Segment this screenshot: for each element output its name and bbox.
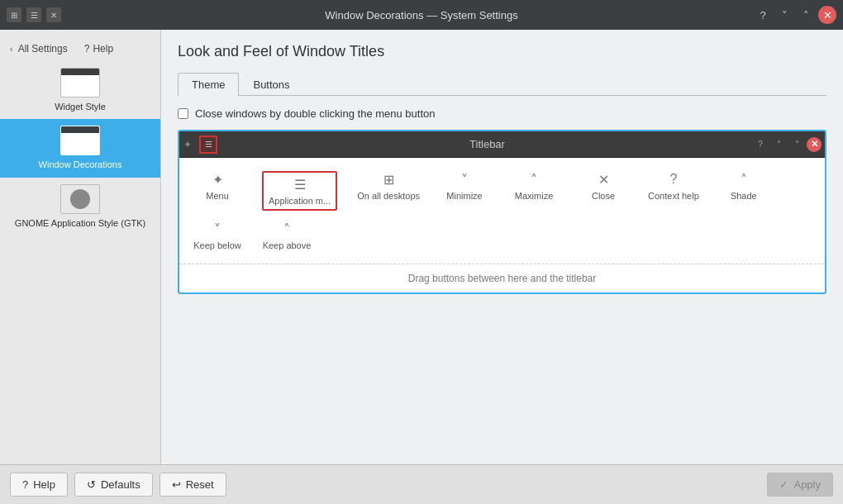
sidebar-item-window-decorations[interactable]: Window Decorations bbox=[0, 119, 160, 177]
app-titlebar: ⊞ ☰ ✕ Window Decorations — System Settin… bbox=[0, 0, 843, 30]
widget-style-icon bbox=[60, 68, 100, 97]
preview-close-btn[interactable]: ✕ bbox=[807, 137, 822, 152]
sidebar-item-gnome-app-style[interactable]: GNOME Application Style (GTK) bbox=[0, 178, 160, 235]
page-title: Look and Feel of Window Titles bbox=[178, 43, 826, 60]
preview-app-menu-btn[interactable]: ☰ bbox=[199, 136, 217, 154]
window-title: Window Decorations — System Settings bbox=[325, 9, 517, 21]
btn-context-help[interactable]: ? Context help bbox=[648, 171, 699, 211]
back-nav[interactable]: ‹ All Settings ? Help bbox=[0, 36, 160, 61]
btn-keep-below[interactable]: ˅ Keep below bbox=[193, 221, 242, 250]
btn-context-help-label: Context help bbox=[648, 191, 699, 201]
close-double-click-label: Close windows by double clicking the men… bbox=[195, 107, 436, 120]
btn-keep-below-label: Keep below bbox=[193, 240, 241, 250]
tabs: Theme Buttons bbox=[178, 72, 826, 96]
defaults-button[interactable]: ↺ Defaults bbox=[74, 473, 153, 497]
help-nav[interactable]: ? Help bbox=[84, 43, 113, 55]
context-help-btn-icon: ? bbox=[669, 171, 677, 188]
back-label: All Settings bbox=[18, 43, 68, 55]
help-button-label: Help bbox=[33, 478, 55, 491]
drag-handle-icon[interactable]: ✦ bbox=[179, 139, 196, 150]
preview-titlebar-label: Titlebar bbox=[222, 138, 752, 150]
on-all-desktops-btn-icon: ⊞ bbox=[383, 171, 394, 188]
reset-button-label: Reset bbox=[186, 478, 214, 491]
gnome-icon bbox=[60, 184, 100, 214]
defaults-button-label: Defaults bbox=[101, 478, 140, 491]
preview-chevron-down-btn[interactable]: ˅ bbox=[788, 136, 805, 153]
buttons-area: ✦ Menu ☰ Application m... ⊞ On all deskt… bbox=[179, 158, 825, 264]
btn-application-menu-label: Application m... bbox=[269, 196, 331, 206]
bottom-bar: ? Help ↺ Defaults ↩ Reset ✓ Apply bbox=[0, 464, 843, 504]
btn-application-menu[interactable]: ☰ Application m... bbox=[262, 171, 337, 211]
btn-keep-above[interactable]: ˄ Keep above bbox=[262, 221, 312, 250]
help-icon: ? bbox=[84, 43, 90, 55]
apply-button-icon: ✓ bbox=[779, 478, 788, 491]
window-decorations-icon bbox=[60, 126, 100, 155]
reset-button[interactable]: ↩ Reset bbox=[160, 473, 226, 497]
available-buttons-grid: ✦ Menu ☰ Application m... ⊞ On all deskt… bbox=[193, 171, 812, 250]
close-btn-icon: ✕ bbox=[598, 171, 609, 188]
maximize-btn-icon: ˄ bbox=[531, 171, 537, 188]
titlebar-maximize-btn[interactable]: ˄ bbox=[797, 6, 815, 24]
sidebar-item-widget-style[interactable]: Widget Style bbox=[0, 61, 160, 119]
drag-hint: Drag buttons between here and the titleb… bbox=[179, 264, 825, 292]
minimize-btn-icon: ˅ bbox=[461, 171, 468, 188]
preview-controls: ? ˄ ˅ ✕ bbox=[752, 136, 825, 153]
keep-below-btn-icon: ˅ bbox=[214, 221, 221, 237]
keep-above-btn-icon: ˄ bbox=[283, 221, 290, 237]
titlebar-help-btn[interactable]: ? bbox=[754, 6, 772, 24]
checkbox-row: Close windows by double clicking the men… bbox=[178, 107, 826, 120]
preview-container: ✦ ☰ Titlebar ? ˄ ˅ ✕ ✦ Menu bbox=[178, 130, 826, 294]
shade-btn-icon: ˄ bbox=[741, 171, 747, 188]
titlebar-minimize-btn[interactable]: ˅ bbox=[775, 6, 793, 24]
preview-chevron-up-btn[interactable]: ˄ bbox=[770, 136, 787, 153]
content-area: Look and Feel of Window Titles Theme But… bbox=[161, 30, 843, 464]
help-button[interactable]: ? Help bbox=[10, 473, 68, 497]
reset-button-icon: ↩ bbox=[172, 478, 181, 491]
defaults-button-icon: ↺ bbox=[87, 478, 96, 491]
sidebar-item-widget-style-label: Widget Style bbox=[55, 101, 106, 112]
btn-maximize[interactable]: ˄ Maximize bbox=[509, 171, 559, 211]
close-double-click-checkbox[interactable] bbox=[178, 108, 188, 119]
btn-on-all-desktops[interactable]: ⊞ On all desktops bbox=[357, 171, 420, 211]
btn-minimize[interactable]: ˅ Minimize bbox=[440, 171, 489, 211]
grid-icon[interactable]: ⊞ bbox=[7, 7, 21, 22]
btn-keep-above-label: Keep above bbox=[263, 240, 312, 250]
sidebar: ‹ All Settings ? Help Widget Style Windo… bbox=[0, 30, 161, 464]
btn-menu-label: Menu bbox=[206, 191, 229, 201]
btn-shade-label: Shade bbox=[731, 191, 757, 201]
btn-maximize-label: Maximize bbox=[515, 191, 553, 201]
btn-minimize-label: Minimize bbox=[446, 191, 482, 201]
main-layout: ‹ All Settings ? Help Widget Style Windo… bbox=[0, 30, 843, 464]
btn-menu[interactable]: ✦ Menu bbox=[193, 171, 242, 211]
tab-theme[interactable]: Theme bbox=[178, 73, 239, 96]
menu-icon[interactable]: ☰ bbox=[26, 7, 41, 22]
preview-help-btn[interactable]: ? bbox=[752, 136, 769, 153]
apply-button-label: Apply bbox=[793, 478, 821, 491]
back-icon: ‹ bbox=[10, 44, 13, 54]
sidebar-item-gnome-app-style-label: GNOME Application Style (GTK) bbox=[15, 217, 145, 229]
btn-on-all-desktops-label: On all desktops bbox=[357, 191, 420, 201]
titlebar-close-btn[interactable]: ✕ bbox=[818, 6, 836, 24]
help-label: Help bbox=[93, 43, 113, 55]
btn-shade[interactable]: ˄ Shade bbox=[719, 171, 769, 211]
apply-button[interactable]: ✓ Apply bbox=[767, 473, 833, 497]
application-menu-btn-icon: ☰ bbox=[294, 176, 306, 193]
btn-close-label: Close bbox=[592, 191, 615, 201]
titlebar-left: ⊞ ☰ ✕ bbox=[7, 7, 61, 22]
preview-titlebar: ✦ ☰ Titlebar ? ˄ ˅ ✕ bbox=[179, 131, 825, 158]
sidebar-item-window-decorations-label: Window Decorations bbox=[39, 159, 122, 170]
tab-buttons[interactable]: Buttons bbox=[239, 73, 303, 96]
titlebar-controls: ? ˅ ˄ ✕ bbox=[754, 6, 836, 24]
pin-icon[interactable]: ✕ bbox=[46, 7, 61, 22]
menu-btn-icon: ✦ bbox=[212, 171, 223, 188]
btn-close[interactable]: ✕ Close bbox=[579, 171, 628, 211]
help-button-icon: ? bbox=[22, 478, 28, 491]
